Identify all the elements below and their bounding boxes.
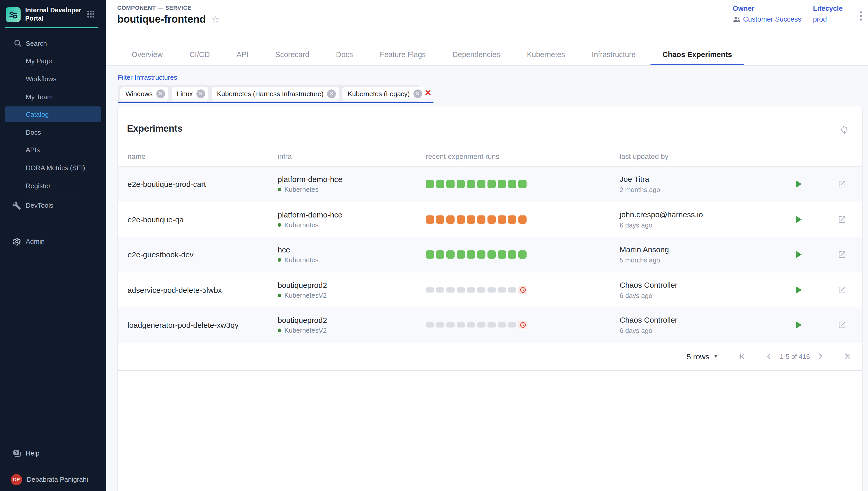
tab-dependencies[interactable]: Dependencies: [439, 44, 514, 65]
run-square-pending[interactable]: [446, 287, 455, 293]
sidebar-user[interactable]: DP Debabrata Panigrahi: [0, 470, 106, 488]
owner-link[interactable]: Customer Success: [733, 16, 802, 23]
last-page-button[interactable]: [842, 351, 853, 362]
sidebar-item-docs[interactable]: Docs: [0, 123, 106, 141]
run-square-passed[interactable]: [498, 180, 506, 189]
table-row[interactable]: e2e-guestbook-dev hce Kubernetes Martin …: [118, 237, 862, 272]
sidebar-item-search[interactable]: Search: [0, 34, 106, 52]
run-square-failed[interactable]: [477, 215, 485, 224]
run-square-pending[interactable]: [477, 323, 485, 328]
refresh-icon[interactable]: [840, 125, 849, 134]
run-square-pending[interactable]: [446, 323, 455, 328]
filter-chip[interactable]: Linux ✕: [172, 87, 208, 101]
run-square-pending[interactable]: [426, 287, 434, 293]
sidebar-item-catalog[interactable]: Catalog: [0, 106, 106, 123]
open-experiment-button[interactable]: [838, 215, 846, 224]
filter-input[interactable]: Windows ✕ Linux ✕ Kubernetes (Harness In…: [118, 85, 433, 103]
next-page-button[interactable]: [815, 351, 826, 362]
open-experiment-button[interactable]: [838, 180, 846, 189]
filter-infrastructures-link[interactable]: Filter Infrastructures: [118, 74, 177, 81]
tab-docs[interactable]: Docs: [323, 44, 366, 65]
run-square-failed[interactable]: [508, 215, 516, 224]
run-square-passed[interactable]: [508, 180, 516, 189]
run-square-passed[interactable]: [436, 251, 444, 259]
run-square-pending[interactable]: [436, 287, 444, 293]
run-square-passed[interactable]: [457, 251, 465, 259]
run-square-pending[interactable]: [498, 287, 506, 293]
sidebar-item-workflows[interactable]: Workflows: [0, 70, 106, 88]
sidebar-item-devtools[interactable]: DevTools: [0, 196, 106, 214]
tab-feature-flags[interactable]: Feature Flags: [366, 44, 439, 65]
run-square-failed[interactable]: [488, 215, 496, 224]
tab-ci-cd[interactable]: CI/CD: [176, 44, 223, 65]
overrun-clock-icon[interactable]: [518, 321, 527, 329]
run-square-passed[interactable]: [446, 251, 455, 259]
favorite-star-icon[interactable]: ☆: [211, 15, 220, 24]
remove-chip-icon[interactable]: ✕: [327, 89, 336, 98]
run-square-failed[interactable]: [457, 215, 465, 224]
run-square-failed[interactable]: [498, 215, 506, 224]
sidebar-item-my-page[interactable]: My Page: [0, 52, 106, 70]
run-square-passed[interactable]: [488, 180, 496, 189]
tab-scorecard[interactable]: Scorecard: [262, 44, 323, 65]
run-square-passed[interactable]: [446, 180, 455, 189]
run-square-passed[interactable]: [467, 251, 475, 259]
filter-chip[interactable]: Kubernetes (Legacy) ✕: [343, 87, 425, 101]
run-square-passed[interactable]: [518, 180, 526, 189]
apps-grid-icon[interactable]: [87, 10, 95, 18]
run-experiment-button[interactable]: [794, 284, 804, 296]
run-square-passed[interactable]: [518, 251, 526, 259]
run-square-pending[interactable]: [426, 323, 434, 328]
tab-kubernetes[interactable]: Kubernetes: [514, 44, 578, 65]
run-square-pending[interactable]: [436, 323, 444, 328]
remove-chip-icon[interactable]: ✕: [156, 89, 165, 98]
sidebar-item-dora-metrics-sei-[interactable]: DORA Metrics (SEI): [0, 159, 106, 177]
first-page-button[interactable]: [736, 351, 748, 362]
run-square-pending[interactable]: [467, 323, 475, 328]
run-square-pending[interactable]: [488, 287, 496, 293]
run-experiment-button[interactable]: [794, 249, 804, 260]
run-experiment-button[interactable]: [794, 320, 804, 331]
open-experiment-button[interactable]: [838, 286, 846, 294]
run-square-pending[interactable]: [508, 287, 516, 293]
sidebar-item-my-team[interactable]: My Team: [0, 88, 106, 106]
open-experiment-button[interactable]: [838, 250, 846, 259]
run-square-passed[interactable]: [467, 180, 475, 189]
table-row[interactable]: e2e-boutique-qa platform-demo-hce Kubern…: [118, 202, 862, 237]
remove-chip-icon[interactable]: ✕: [197, 89, 205, 98]
run-square-passed[interactable]: [426, 180, 434, 189]
run-square-passed[interactable]: [488, 251, 496, 259]
overrun-clock-icon[interactable]: [518, 286, 527, 294]
run-experiment-button[interactable]: [794, 179, 804, 190]
filter-chip[interactable]: Kubernetes (Harness Infrastructure) ✕: [212, 87, 339, 101]
run-square-pending[interactable]: [457, 323, 465, 328]
run-square-failed[interactable]: [436, 215, 444, 224]
run-square-pending[interactable]: [498, 323, 506, 328]
run-square-failed[interactable]: [446, 215, 455, 224]
run-square-pending[interactable]: [457, 287, 465, 293]
run-square-pending[interactable]: [467, 287, 475, 293]
run-square-pending[interactable]: [477, 287, 485, 293]
run-square-pending[interactable]: [488, 323, 496, 328]
open-experiment-button[interactable]: [838, 321, 846, 329]
run-square-passed[interactable]: [477, 251, 485, 259]
run-square-passed[interactable]: [498, 251, 506, 259]
run-square-pending[interactable]: [508, 323, 516, 328]
run-experiment-button[interactable]: [794, 214, 804, 225]
rows-per-page-select[interactable]: 5 rows ▼: [687, 352, 718, 361]
run-square-failed[interactable]: [467, 215, 475, 224]
sidebar-item-help[interactable]: ? Help: [0, 444, 106, 462]
sidebar-item-apis[interactable]: APIs: [0, 141, 106, 159]
filter-chip[interactable]: Windows ✕: [120, 87, 168, 101]
more-options-kebab-icon[interactable]: [858, 9, 864, 22]
prev-page-button[interactable]: [763, 351, 775, 362]
run-square-failed[interactable]: [518, 215, 526, 224]
run-square-passed[interactable]: [457, 180, 465, 189]
clear-filters-icon[interactable]: ✕: [425, 89, 431, 97]
run-square-passed[interactable]: [436, 180, 444, 189]
run-square-failed[interactable]: [426, 215, 434, 224]
run-square-passed[interactable]: [477, 180, 485, 189]
run-square-passed[interactable]: [426, 251, 434, 259]
run-square-passed[interactable]: [508, 251, 516, 259]
tab-chaos-experiments[interactable]: Chaos Experiments: [649, 44, 745, 65]
